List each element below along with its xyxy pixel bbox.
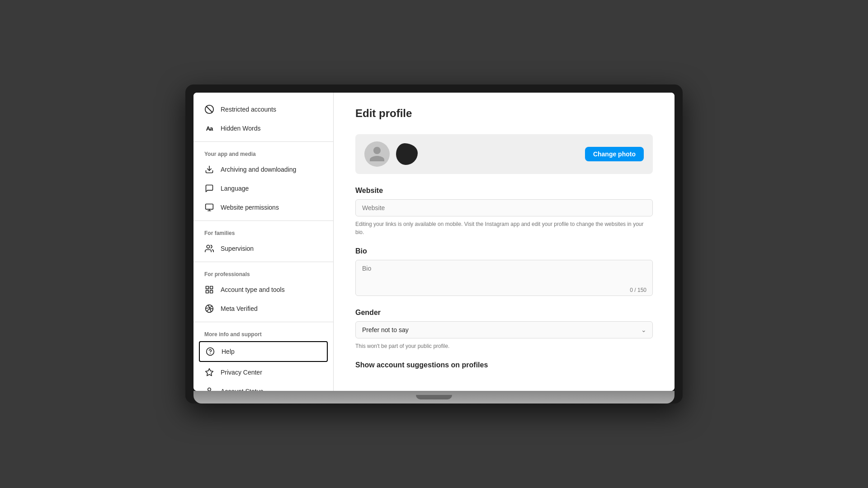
bio-label: Bio: [355, 247, 653, 255]
archiving-icon: [204, 164, 214, 174]
website-section: Website Editing your links is only avail…: [355, 187, 653, 236]
svg-line-1: [207, 107, 212, 113]
avatar: [364, 141, 390, 167]
sidebar-item-archiving[interactable]: Archiving and downloading: [193, 160, 333, 179]
website-hint: Editing your links is only available on …: [355, 220, 653, 236]
svg-rect-3: [206, 204, 213, 210]
page-title: Edit profile: [355, 107, 653, 120]
restricted-accounts-icon: [204, 104, 214, 114]
svg-point-15: [208, 388, 211, 391]
supervision-label: Supervision: [221, 245, 254, 252]
divider-1: [193, 141, 333, 142]
laptop-screen: Restricted accounts Aa Hidden Words Your…: [193, 93, 675, 391]
profile-photo-left: [364, 141, 418, 167]
language-label: Language: [221, 185, 249, 192]
website-label: Website: [355, 187, 653, 195]
privacy-center-label: Privacy Center: [221, 369, 262, 376]
sidebar-item-hidden-words[interactable]: Aa Hidden Words: [193, 119, 333, 138]
meta-verified-icon: [204, 304, 214, 314]
gender-label: Gender: [355, 309, 653, 317]
sidebar-item-website-permissions[interactable]: Website permissions: [193, 198, 333, 217]
svg-marker-14: [206, 369, 213, 376]
website-permissions-label: Website permissions: [221, 204, 279, 211]
hidden-words-icon: Aa: [204, 123, 214, 133]
divider-3: [193, 262, 333, 262]
website-permissions-icon: [204, 202, 214, 212]
svg-rect-10: [206, 291, 209, 293]
suggestions-title: Show account suggestions on profiles: [355, 361, 488, 369]
supervision-icon: [204, 244, 214, 253]
svg-rect-9: [210, 291, 213, 293]
laptop-notch: [416, 395, 452, 399]
svg-point-6: [207, 245, 210, 249]
sidebar-item-account-type[interactable]: Account type and tools: [193, 280, 333, 299]
main-content: Edit profile Change photo Website Edit: [334, 93, 675, 391]
meta-verified-label: Meta Verified: [221, 305, 258, 312]
bio-section: Bio 0 / 150: [355, 247, 653, 298]
gender-select-wrapper: Prefer not to say Male Female Custom ⌄: [355, 321, 653, 338]
profile-blob: [396, 143, 418, 165]
divider-2: [193, 221, 333, 221]
sidebar-item-supervision[interactable]: Supervision: [193, 239, 333, 258]
sidebar-item-privacy-center[interactable]: Privacy Center: [193, 363, 333, 382]
bio-wrapper: 0 / 150: [355, 260, 653, 298]
hidden-words-label: Hidden Words: [221, 125, 260, 132]
section-families-label: For families: [193, 225, 333, 239]
divider-4: [193, 322, 333, 322]
sidebar-item-language[interactable]: Language: [193, 179, 333, 198]
gender-select[interactable]: Prefer not to say Male Female Custom: [355, 321, 653, 338]
account-type-icon: [204, 285, 214, 295]
bio-textarea[interactable]: [355, 260, 653, 296]
svg-rect-8: [210, 286, 213, 289]
section-more-info-label: More info and support: [193, 326, 333, 340]
help-label: Help: [222, 348, 235, 355]
sidebar-item-meta-verified[interactable]: Meta Verified: [193, 299, 333, 318]
section-your-app-label: Your app and media: [193, 145, 333, 160]
gender-hint: This won't be part of your public profil…: [355, 342, 653, 350]
privacy-center-icon: [204, 367, 214, 377]
sidebar-item-account-status[interactable]: Account Status: [193, 382, 333, 391]
profile-photo-section: Change photo: [355, 134, 653, 174]
account-status-label: Account Status: [221, 388, 263, 391]
section-professionals-label: For professionals: [193, 266, 333, 280]
restricted-accounts-label: Restricted accounts: [221, 106, 276, 113]
sidebar-item-help[interactable]: Help: [199, 341, 328, 362]
website-input[interactable]: [355, 199, 653, 216]
help-icon: [205, 347, 215, 357]
change-photo-button[interactable]: Change photo: [585, 147, 644, 161]
gender-section: Gender Prefer not to say Male Female Cus…: [355, 309, 653, 350]
sidebar-item-restricted-accounts[interactable]: Restricted accounts: [193, 100, 333, 119]
sidebar: Restricted accounts Aa Hidden Words Your…: [193, 93, 334, 391]
suggestions-section: Show account suggestions on profiles: [355, 361, 653, 369]
bio-counter: 0 / 150: [630, 287, 646, 293]
laptop-base: [193, 391, 675, 404]
svg-rect-7: [206, 286, 209, 289]
laptop-frame: Restricted accounts Aa Hidden Words Your…: [185, 84, 683, 404]
account-status-icon: [204, 386, 214, 391]
language-icon: [204, 183, 214, 193]
archiving-label: Archiving and downloading: [221, 166, 296, 173]
account-type-label: Account type and tools: [221, 286, 285, 293]
